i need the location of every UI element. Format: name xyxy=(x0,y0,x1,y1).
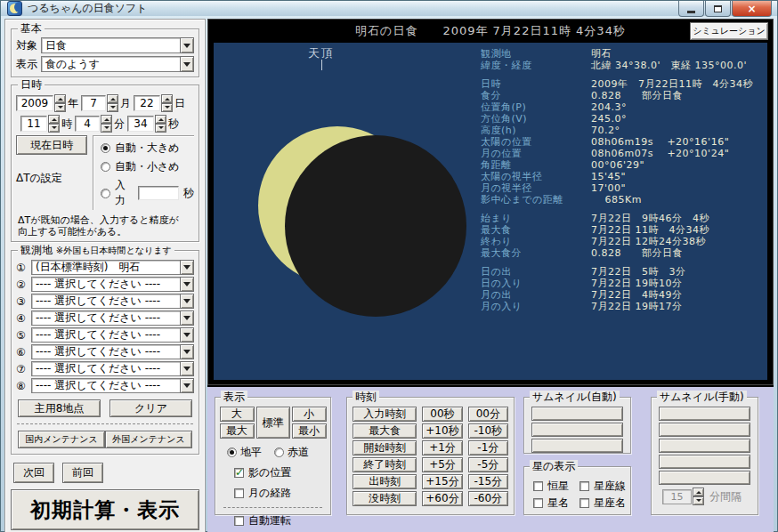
day-stepper[interactable] xyxy=(161,94,173,112)
target-dropdown-button[interactable] xyxy=(180,37,194,53)
year-field[interactable]: 2009 xyxy=(16,95,53,111)
location-select[interactable]: ---- 選択してください ---- xyxy=(31,378,194,393)
hour-stepper[interactable] xyxy=(48,115,60,133)
location-select[interactable]: (日本標準時刻) 明石 xyxy=(31,260,194,275)
info-label: 始まり xyxy=(481,213,591,224)
time-jump-button[interactable]: 出時刻 xyxy=(353,474,417,489)
interval-field[interactable]: 15 xyxy=(662,489,692,504)
close-icon: × xyxy=(747,3,756,15)
location-dropdown-button[interactable] xyxy=(180,327,194,343)
zoom-large-button[interactable]: 大 xyxy=(220,407,255,422)
thumbnail-auto-title: サムネイル(自動) xyxy=(530,391,620,403)
time-minus-button[interactable]: -15分 xyxy=(468,474,508,489)
location-select[interactable]: ---- 選択してください ---- xyxy=(31,327,194,343)
month-stepper[interactable] xyxy=(107,94,118,112)
second-field[interactable]: 34 xyxy=(127,116,154,132)
zoom-standard-button[interactable]: 標準 xyxy=(256,407,290,439)
interval-stepper[interactable] xyxy=(693,488,704,505)
star-names-checkbox[interactable] xyxy=(533,498,543,508)
view-dropdown-button[interactable] xyxy=(180,56,194,72)
time-minus-button[interactable]: -60分 xyxy=(468,491,508,506)
input-radio[interactable] xyxy=(101,189,110,198)
thumbnail-manual-button[interactable] xyxy=(659,439,750,453)
foreign-maintenance-button[interactable]: 外国メンテナンス xyxy=(105,431,192,448)
thumbnail-manual-button[interactable] xyxy=(659,455,750,469)
time-plus-button[interactable]: +1分 xyxy=(422,440,462,455)
maximize-button[interactable] xyxy=(705,1,731,17)
info-label: 太陽の位置 xyxy=(481,136,591,148)
location-select[interactable]: ---- 選択してください ---- xyxy=(31,294,194,309)
moon-path-checkbox[interactable] xyxy=(234,488,244,498)
auto-small-radio[interactable] xyxy=(101,162,110,172)
month-field[interactable]: 7 xyxy=(81,95,106,111)
current-datetime-button[interactable]: 現在日時 xyxy=(16,135,87,155)
zoom-min-button[interactable]: 最小 xyxy=(292,423,327,439)
day-field[interactable]: 22 xyxy=(134,95,160,111)
minute-stepper[interactable] xyxy=(101,115,112,133)
info-value: 17'00" xyxy=(591,182,626,194)
time-plus-button[interactable]: 00秒 xyxy=(422,407,462,422)
hour-field[interactable]: 11 xyxy=(20,116,47,132)
thumbnail-auto-button[interactable] xyxy=(531,439,623,453)
target-select[interactable]: 日食 xyxy=(41,37,194,53)
auto-run-checkbox[interactable] xyxy=(234,516,244,526)
location-select[interactable]: ---- 選択してください ---- xyxy=(31,277,194,292)
time-minus-button[interactable]: -1分 xyxy=(468,440,508,455)
thumbnail-auto-button[interactable] xyxy=(531,423,623,437)
minimize-button[interactable] xyxy=(678,1,704,17)
location-dropdown-button[interactable] xyxy=(180,310,194,326)
time-plus-button[interactable]: +10秒 xyxy=(422,423,462,439)
delta-t-input[interactable] xyxy=(138,186,179,200)
main-8-locations-button[interactable]: 主用8地点 xyxy=(18,399,101,417)
minute-field[interactable]: 4 xyxy=(75,116,100,132)
initial-calc-display-button[interactable]: 初期計算・表示 xyxy=(11,489,199,530)
time-plus-button[interactable]: +60分 xyxy=(422,491,462,506)
time-minus-button[interactable]: -5分 xyxy=(468,457,508,472)
horizon-radio[interactable] xyxy=(227,447,237,457)
close-button[interactable]: × xyxy=(732,1,772,17)
location-dropdown-button[interactable] xyxy=(180,277,194,292)
location-dropdown-button[interactable] xyxy=(180,361,194,376)
view-select[interactable]: 食のようす xyxy=(41,56,194,72)
second-stepper[interactable] xyxy=(155,115,166,133)
location-dropdown-button[interactable] xyxy=(180,344,194,359)
info-row: 最大食分 0.828 部分日食 xyxy=(481,247,753,259)
previous-eclipse-button[interactable]: 前回 xyxy=(62,463,103,483)
time-jump-button[interactable]: 終了時刻 xyxy=(353,457,417,472)
auto-large-radio[interactable] xyxy=(101,143,110,153)
location-select[interactable]: ---- 選択してください ---- xyxy=(31,310,194,326)
simulation-button[interactable]: シミュレーション xyxy=(690,22,768,40)
time-jump-button[interactable]: 没時刻 xyxy=(353,491,417,506)
time-plus-button[interactable]: +15分 xyxy=(422,474,462,489)
constellation-names-checkbox[interactable] xyxy=(579,498,589,508)
time-plus-button[interactable]: +5分 xyxy=(422,457,462,472)
time-jump-button[interactable]: 最大食 xyxy=(353,423,417,439)
year-stepper[interactable] xyxy=(54,94,66,112)
info-label: 月の出 xyxy=(481,289,591,301)
time-minus-button[interactable]: 00分 xyxy=(468,407,508,422)
time-jump-button[interactable]: 開始時刻 xyxy=(353,440,417,455)
thumbnail-manual-button[interactable] xyxy=(659,407,750,421)
domestic-maintenance-button[interactable]: 国内メンテナンス xyxy=(18,431,105,448)
view-group-title: 表示 xyxy=(221,391,247,403)
zoom-small-button[interactable]: 小 xyxy=(292,407,327,422)
location-dropdown-button[interactable] xyxy=(180,260,194,275)
location-select[interactable]: ---- 選択してください ---- xyxy=(31,361,194,376)
time-jump-button[interactable]: 入力時刻 xyxy=(353,407,417,422)
thumbnail-auto-button[interactable] xyxy=(531,407,623,421)
info-value: 245.0° xyxy=(591,113,627,125)
thumbnail-manual-button[interactable] xyxy=(659,471,750,485)
next-eclipse-button[interactable]: 次回 xyxy=(13,463,54,483)
zoom-max-button[interactable]: 最大 xyxy=(220,423,255,439)
clear-button[interactable]: クリア xyxy=(109,399,192,417)
location-dropdown-button[interactable] xyxy=(180,294,194,309)
thumbnail-manual-button[interactable] xyxy=(659,423,750,437)
title-bar[interactable]: つるちゃんの日食ソフト × xyxy=(1,1,777,16)
equator-radio[interactable] xyxy=(274,447,284,457)
constellation-lines-checkbox[interactable] xyxy=(579,481,589,491)
shadow-position-checkbox[interactable] xyxy=(234,468,244,478)
location-dropdown-button[interactable] xyxy=(180,378,194,393)
time-minus-button[interactable]: -10秒 xyxy=(468,423,508,439)
location-select[interactable]: ---- 選択してください ---- xyxy=(31,344,194,359)
fixed-stars-checkbox[interactable] xyxy=(533,481,543,491)
